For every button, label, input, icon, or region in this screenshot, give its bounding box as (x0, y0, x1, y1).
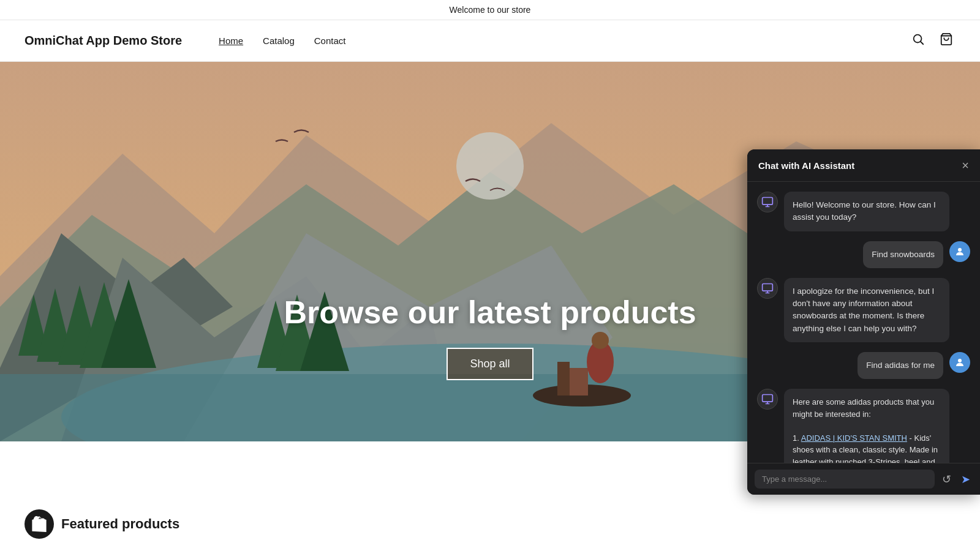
chat-bubble-2: Find snowboards (863, 241, 943, 268)
announcement-text: Welcome to our store (450, 5, 531, 15)
chat-header: Chat with AI Assistant × (747, 149, 980, 182)
svg-point-0 (914, 35, 922, 43)
cart-icon (940, 35, 953, 48)
chat-refresh-button[interactable]: ↺ (940, 470, 954, 489)
bottom-bar: Featured products (0, 497, 204, 551)
product-link-stan-smith[interactable]: ADIDAS | KID'S STAN SMITH (801, 433, 907, 443)
chat-widget: Chat with AI Assistant × Hello! Welcome … (747, 149, 980, 495)
bot-avatar-2 (757, 278, 778, 299)
navbar: OmniChat App Demo Store Home Catalog Con… (0, 20, 980, 62)
nav-link-home[interactable]: Home (219, 36, 243, 46)
chat-bubble-1: Hello! Welcome to our store. How can I a… (784, 192, 949, 231)
user-avatar-2 (949, 352, 970, 373)
chat-messages[interactable]: Hello! Welcome to our store. How can I a… (747, 182, 980, 463)
featured-products-title: Featured products (61, 516, 179, 532)
svg-rect-29 (763, 395, 773, 402)
shop-all-button[interactable]: Shop all (447, 348, 533, 380)
chat-input[interactable] (755, 470, 935, 489)
chat-title: Chat with AI Assistant (758, 160, 854, 171)
chat-message-3: I apologize for the inconvenience, but I… (757, 278, 970, 342)
nav-link-catalog[interactable]: Catalog (263, 36, 295, 46)
chat-bubble-5: Here are some adidas products that you m… (784, 389, 949, 463)
announcement-bar: Welcome to our store (0, 0, 980, 20)
shopify-badge (24, 509, 54, 539)
user-avatar-1 (949, 241, 970, 262)
svg-point-28 (958, 359, 962, 362)
chat-bubble-4: Find adidas for me (858, 352, 943, 379)
brand-logo[interactable]: OmniChat App Demo Store (24, 34, 182, 48)
send-icon: ➤ (961, 473, 970, 485)
bot-avatar-3 (757, 389, 778, 410)
chat-bubble-3: I apologize for the inconvenience, but I… (784, 278, 949, 342)
chat-input-row: ↺ ➤ (747, 463, 980, 495)
chat-message-5: Here are some adidas products that you m… (757, 389, 970, 463)
svg-point-19 (456, 132, 524, 200)
chat-message-2: Find snowboards (757, 241, 970, 268)
bot-avatar-1 (757, 192, 778, 212)
svg-rect-25 (763, 198, 773, 205)
nav-links: Home Catalog Contact (219, 36, 909, 46)
chat-message-4: Find adidas for me (757, 352, 970, 379)
refresh-icon: ↺ (942, 473, 951, 485)
cart-button[interactable] (937, 30, 956, 51)
search-button[interactable] (909, 30, 927, 51)
svg-point-26 (958, 248, 962, 252)
svg-line-1 (921, 42, 923, 44)
chat-close-button[interactable]: × (962, 159, 969, 171)
navbar-icons (909, 30, 956, 51)
svg-rect-27 (763, 283, 773, 291)
search-icon (911, 35, 925, 48)
chat-message-1: Hello! Welcome to our store. How can I a… (757, 192, 970, 231)
nav-link-contact[interactable]: Contact (314, 36, 346, 46)
chat-send-button[interactable]: ➤ (959, 470, 973, 489)
